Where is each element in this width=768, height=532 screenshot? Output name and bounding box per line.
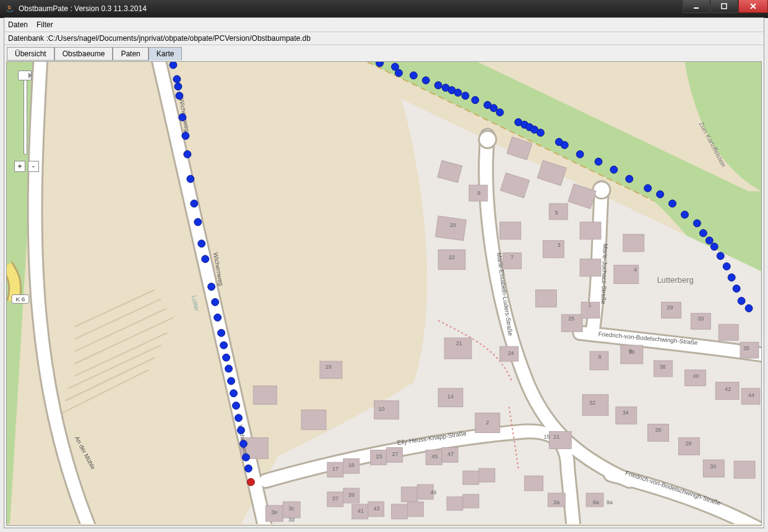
house-number: 29	[667, 304, 673, 311]
tab-uebersicht[interactable]: Übersicht	[7, 47, 54, 61]
tree-marker[interactable]	[191, 200, 198, 207]
tree-marker[interactable]	[230, 390, 238, 397]
svg-rect-28	[543, 241, 564, 258]
window-buttons	[682, 0, 768, 17]
tree-marker[interactable]	[184, 150, 191, 158]
tree-marker[interactable]	[179, 114, 186, 121]
zoom-in-button[interactable]: +	[14, 161, 25, 172]
tab-paten[interactable]: Paten	[113, 47, 148, 61]
house-number: 39	[348, 492, 355, 498]
svg-rect-1	[722, 4, 727, 9]
tree-marker[interactable]	[496, 109, 504, 116]
svg-rect-78	[407, 502, 423, 517]
tree-marker[interactable]	[212, 298, 219, 306]
tree-marker[interactable]	[462, 92, 469, 100]
house-number: 34	[623, 410, 629, 416]
zoom-handle[interactable]	[18, 71, 32, 80]
tree-marker[interactable]	[717, 252, 724, 260]
tree-marker[interactable]	[182, 132, 189, 140]
tree-marker[interactable]	[223, 354, 230, 361]
house-number: 22	[449, 254, 455, 260]
tree-marker[interactable]	[644, 184, 652, 192]
tabbar: Übersicht Obstbaeume Paten Karte	[4, 45, 764, 60]
tree-marker[interactable]	[218, 329, 225, 337]
house-number: 3c	[288, 505, 295, 512]
svg-rect-84	[463, 494, 479, 508]
house-number: 19	[326, 364, 332, 370]
tree-marker[interactable]	[395, 69, 402, 77]
tree-marker[interactable]	[723, 263, 730, 270]
zoom-out-button[interactable]: -	[28, 161, 39, 172]
tree-marker[interactable]	[237, 427, 244, 434]
tree-marker[interactable]	[228, 377, 235, 385]
tree-marker[interactable]	[175, 83, 182, 90]
tree-marker[interactable]	[239, 440, 247, 447]
tree-marker[interactable]	[472, 97, 479, 104]
tree-marker[interactable]	[194, 218, 202, 226]
tree-marker[interactable]	[626, 175, 633, 182]
tree-marker[interactable]	[669, 200, 676, 207]
map-canvas[interactable]: K 6 Lutter	[7, 62, 761, 524]
tree-marker-selected[interactable]	[247, 478, 254, 486]
java-icon	[5, 4, 15, 14]
menubar: Daten Filter	[4, 18, 764, 32]
house-number: 36	[629, 349, 635, 355]
tree-marker[interactable]	[681, 211, 689, 218]
tree-marker[interactable]	[728, 274, 735, 281]
tree-marker[interactable]	[220, 341, 228, 349]
tree-marker[interactable]	[705, 237, 713, 244]
zoom-slider[interactable]	[15, 68, 34, 161]
tree-marker[interactable]	[202, 255, 209, 263]
tree-marker[interactable]	[657, 191, 664, 198]
tree-marker[interactable]	[173, 75, 181, 83]
house-number: 35	[743, 345, 749, 351]
tree-marker[interactable]	[434, 82, 442, 89]
house-number: 25	[568, 315, 574, 322]
svg-rect-24	[435, 216, 466, 241]
tree-marker[interactable]	[745, 304, 753, 312]
tab-karte[interactable]: Karte	[149, 47, 183, 61]
tree-marker[interactable]	[454, 89, 462, 97]
close-button[interactable]	[738, 0, 768, 13]
tree-marker[interactable]	[170, 62, 177, 69]
tree-marker[interactable]	[376, 62, 384, 67]
svg-rect-59	[253, 386, 277, 405]
house-number: 8a	[593, 499, 599, 505]
tree-marker[interactable]	[561, 141, 568, 148]
tree-marker[interactable]	[232, 402, 239, 410]
tree-marker[interactable]	[187, 175, 194, 182]
tree-marker[interactable]	[576, 150, 584, 158]
tree-marker[interactable]	[710, 243, 718, 251]
tab-obstbaeume[interactable]: Obstbaeume	[54, 47, 113, 61]
tree-marker[interactable]	[244, 465, 252, 472]
tree-marker[interactable]	[176, 92, 183, 100]
house-number: 9	[477, 190, 480, 196]
tree-marker[interactable]	[235, 414, 242, 422]
tree-marker[interactable]	[733, 285, 740, 293]
tree-marker[interactable]	[610, 166, 618, 173]
house-number: 26	[655, 427, 662, 433]
map-panel: K 6 Lutter	[6, 61, 762, 526]
maximize-button[interactable]	[710, 0, 738, 13]
tree-marker[interactable]	[537, 129, 544, 137]
tree-marker[interactable]	[242, 453, 249, 461]
house-number: 45	[431, 453, 438, 460]
tree-marker[interactable]	[208, 283, 215, 291]
house-number: 20	[450, 222, 456, 228]
minimize-button[interactable]	[683, 0, 710, 13]
tree-marker[interactable]	[595, 158, 602, 165]
menu-daten[interactable]: Daten	[8, 20, 28, 29]
house-number: 37	[332, 496, 339, 502]
tree-marker[interactable]	[214, 314, 222, 321]
tree-marker[interactable]	[225, 365, 233, 372]
menu-filter[interactable]: Filter	[37, 20, 53, 29]
svg-line-2	[751, 4, 756, 9]
tree-marker[interactable]	[738, 297, 745, 304]
house-number: 24	[508, 350, 514, 356]
svg-rect-58	[301, 410, 326, 430]
tree-marker[interactable]	[410, 72, 417, 79]
tree-marker[interactable]	[422, 77, 429, 84]
tree-marker[interactable]	[693, 220, 701, 227]
tree-marker[interactable]	[699, 230, 707, 237]
tree-marker[interactable]	[198, 240, 205, 247]
